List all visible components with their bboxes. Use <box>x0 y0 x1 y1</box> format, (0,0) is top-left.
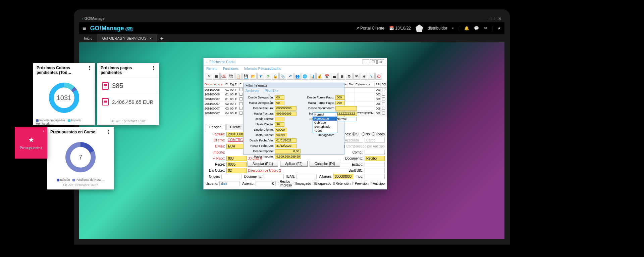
field-albaran[interactable]: 000000000 <box>333 174 353 179</box>
menu-fichero[interactable]: Fichero <box>206 67 217 71</box>
restore-icon[interactable]: ❐ <box>491 16 495 21</box>
attach-icon[interactable]: 📎 <box>279 73 286 80</box>
in-desde-cli[interactable]: 00000 <box>275 128 287 132</box>
chk-retencion[interactable] <box>333 182 335 185</box>
filter-tab-plantillas[interactable]: Plantillas <box>265 89 278 93</box>
tab-principal[interactable]: Principal <box>206 124 226 130</box>
tab-close-icon[interactable]: ✕ <box>149 37 152 40</box>
chevron-down-icon[interactable]: ▾ <box>452 27 454 30</box>
new-icon[interactable]: ▦ <box>213 73 220 80</box>
open-icon[interactable]: 📂 <box>250 73 257 80</box>
col-e[interactable]: E <box>238 82 243 87</box>
field-cargo[interactable]: Cargo <box>365 138 385 143</box>
col-ef[interactable]: Ef <box>224 82 229 87</box>
chk-recibo[interactable] <box>278 182 279 185</box>
col-t[interactable]: T <box>234 82 238 87</box>
field-swift[interactable] <box>365 168 385 173</box>
edit-icon[interactable]: ✎ <box>206 73 212 80</box>
sel-estado[interactable]: Normal <box>335 117 357 121</box>
estado-option[interactable]: Todos <box>313 129 337 133</box>
tab-obras[interactable]: Go! OBRAS Y SERVICIOS✕ <box>98 34 157 42</box>
field-usuario[interactable]: disti <box>219 181 239 186</box>
widget-menu-icon[interactable]: ⋮ <box>107 130 111 134</box>
btn-cancelar[interactable]: Cancelar (F4) <box>310 161 340 167</box>
username[interactable]: distribuidor <box>428 26 447 31</box>
globe-icon[interactable]: 🌐 <box>302 73 308 80</box>
col-div[interactable]: Div. <box>348 82 355 87</box>
chk-impagado[interactable] <box>294 182 296 185</box>
field-comp[interactable] <box>365 150 385 155</box>
estado-option[interactable]: Cobrado <box>313 121 337 125</box>
bell-icon[interactable]: 🔔 <box>464 26 469 31</box>
col-referencia[interactable]: Referencia <box>355 82 375 87</box>
in-hasta-cli[interactable]: 99999 <box>275 133 287 137</box>
field-origen[interactable] <box>221 174 241 179</box>
date-display[interactable]: 📅 13/10/22 <box>389 26 411 31</box>
field-iban[interactable] <box>297 174 317 179</box>
col-bq[interactable]: BQ <box>381 82 387 87</box>
mail-icon[interactable]: ✉ <box>484 26 487 31</box>
estado-option[interactable]: Normal <box>313 113 337 117</box>
col-documento[interactable]: Documento ▴ <box>204 82 224 87</box>
btn-aceptar[interactable]: Aceptar (F11) <box>248 161 278 167</box>
menu-informes[interactable]: Informes Personalizados <box>244 67 281 71</box>
grid-icon[interactable]: ⊞ <box>338 73 345 80</box>
estado-option[interactable]: Remesado <box>313 117 337 121</box>
in-hasta-deleg[interactable]: 99 <box>275 101 284 105</box>
in-desde-efecto[interactable] <box>275 117 284 121</box>
refresh-icon[interactable]: ⟳ <box>265 73 271 80</box>
copy-icon[interactable]: ⿻ <box>228 73 234 80</box>
in-hasta-fp[interactable]: 999 <box>335 101 345 105</box>
users-icon[interactable]: 👥 <box>294 73 301 80</box>
menu-funciones[interactable]: Funciones <box>223 67 238 71</box>
portal-link[interactable]: ↗ Portal Cliente <box>356 26 384 31</box>
btn-aplicar[interactable]: Aplicar (F2) <box>280 161 308 167</box>
chk-prevision[interactable] <box>353 182 354 185</box>
chat-icon[interactable]: 💬 <box>474 26 479 31</box>
estado-option[interactable]: Sumarizado <box>313 125 337 129</box>
chart-icon[interactable]: 📊 <box>309 73 316 80</box>
print-icon[interactable]: 🖨 <box>361 73 367 80</box>
radio-todos[interactable] <box>372 132 375 136</box>
modal-close-icon[interactable]: ⊠ <box>377 59 384 64</box>
mail-icon[interactable]: ✉ <box>353 73 360 80</box>
in-desde-fvto[interactable]: 01/01/2022 <box>275 138 297 143</box>
field-asiento[interactable]: 0 <box>256 181 276 186</box>
delete-icon[interactable]: ⌫ <box>220 73 227 80</box>
money-icon[interactable]: 💰 <box>316 73 323 80</box>
tab-add-icon[interactable]: + <box>157 36 166 41</box>
field-documento3[interactable]: Recibo <box>365 156 385 161</box>
col-dg[interactable]: Dg <box>229 82 234 87</box>
modal-minimize-icon[interactable]: — <box>363 59 369 64</box>
in-hasta-fvto[interactable]: 31/12/2023 <box>275 144 297 148</box>
radio-no[interactable] <box>362 132 365 136</box>
tile-menu-icon[interactable]: ⋮ <box>42 128 45 133</box>
in-hasta-doc[interactable]: ZZZZZZZZZZ <box>335 112 357 116</box>
in-hasta-fact[interactable]: 999999999 <box>275 112 297 116</box>
in-desde-fp[interactable]: 000 <box>335 95 345 100</box>
field-estado2[interactable] <box>365 162 385 167</box>
hamburger-icon[interactable]: ≡ <box>83 25 86 32</box>
star-icon[interactable]: ★ <box>497 26 501 31</box>
filter-tab-acciones[interactable]: Acciones <box>246 89 259 93</box>
field-dircobro-code[interactable]: 02 <box>226 168 247 173</box>
widget-menu-icon[interactable]: ⋮ <box>152 66 156 75</box>
gear-icon[interactable]: ⚙ <box>346 73 353 80</box>
filter-icon[interactable]: ▼ <box>257 73 264 80</box>
col-fp[interactable]: FP <box>375 82 381 87</box>
help-icon[interactable]: ? <box>368 73 375 80</box>
save-icon[interactable]: 💾 <box>243 73 249 80</box>
in-desde-deleg[interactable]: 00 <box>275 95 284 100</box>
in-desde-fact[interactable]: 000000000 <box>275 106 297 111</box>
tab-cliente[interactable]: Cliente <box>226 124 244 130</box>
undo-icon[interactable]: ↶ <box>287 73 293 80</box>
chk-anticipo[interactable] <box>371 182 372 185</box>
field-documento2[interactable] <box>264 174 284 179</box>
in-hasta-imp[interactable]: 9.999.999.999,99 <box>275 155 301 159</box>
widget-menu-icon[interactable]: ⋮ <box>88 66 92 75</box>
in-hasta-efecto[interactable]: 99 <box>275 122 284 127</box>
close-icon[interactable]: ✕ <box>498 16 502 21</box>
in-desde-doc[interactable] <box>335 106 357 111</box>
paste-icon[interactable]: 📋 <box>235 73 242 80</box>
minimize-icon[interactable]: — <box>483 16 487 21</box>
